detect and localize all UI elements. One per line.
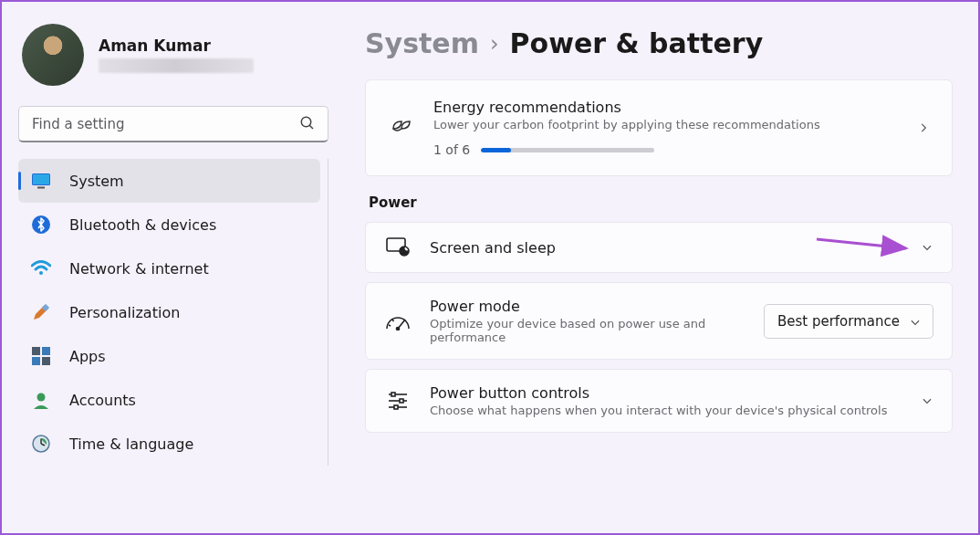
sidebar-item-label: Accounts (69, 392, 136, 409)
svg-rect-26 (400, 399, 403, 403)
accounts-icon (31, 390, 51, 410)
energy-recommendations-card[interactable]: Energy recommendations Lower your carbon… (365, 79, 953, 176)
main-content: System › Power & battery Energy recommen… (339, 2, 978, 533)
select-value: Best performance (777, 313, 900, 330)
nav-list: System Bluetooth & devices Network & int… (18, 159, 328, 466)
sidebar-item-personalization[interactable]: Personalization (18, 290, 320, 334)
sidebar-item-system[interactable]: System (18, 159, 320, 203)
sidebar-item-label: Network & internet (69, 260, 209, 278)
chevron-right-icon (917, 121, 930, 134)
search-wrap (18, 106, 328, 142)
gauge-icon (384, 312, 412, 330)
svg-rect-9 (42, 347, 50, 355)
sidebar-item-label: System (69, 173, 124, 190)
sidebar-item-label: Apps (69, 348, 106, 365)
screen-sleep-icon (384, 237, 412, 257)
search-input[interactable] (18, 106, 328, 142)
system-icon (31, 171, 51, 191)
avatar (22, 24, 84, 86)
page-title: Power & battery (510, 27, 764, 59)
sidebar-item-apps[interactable]: Apps (18, 334, 320, 378)
sidebar-item-bluetooth[interactable]: Bluetooth & devices (18, 203, 320, 247)
svg-point-0 (301, 117, 311, 127)
card-title: Screen and sleep (430, 239, 902, 257)
wifi-icon (31, 258, 51, 278)
sidebar-item-label: Bluetooth & devices (69, 216, 216, 234)
brush-icon (31, 302, 51, 322)
progress-bar (481, 148, 654, 152)
svg-rect-8 (32, 347, 40, 355)
search-icon (299, 115, 316, 131)
svg-rect-28 (394, 405, 398, 409)
sidebar-item-label: Personalization (69, 304, 180, 321)
breadcrumb: System › Power & battery (365, 27, 953, 59)
svg-rect-11 (42, 357, 50, 365)
card-title: Power button controls (430, 384, 902, 402)
svg-point-12 (37, 393, 46, 402)
card-subtitle: Choose what happens when you interact wi… (430, 404, 902, 417)
breadcrumb-parent[interactable]: System (365, 27, 479, 59)
sidebar-item-label: Time & language (69, 435, 193, 453)
svg-point-20 (397, 327, 400, 330)
power-mode-select[interactable]: Best performance (764, 304, 933, 339)
time-icon (31, 434, 51, 454)
profile-block[interactable]: Aman Kumar (18, 18, 328, 106)
bluetooth-icon (31, 215, 51, 235)
sidebar-item-time[interactable]: Time & language (18, 422, 320, 466)
svg-rect-10 (32, 357, 40, 365)
svg-point-6 (39, 271, 43, 275)
sidebar-item-accounts[interactable]: Accounts (18, 378, 320, 422)
chevron-down-icon (909, 316, 922, 329)
power-mode-card[interactable]: Power mode Optimize your device based on… (365, 282, 953, 360)
profile-email-redacted (99, 58, 254, 73)
sidebar: Aman Kumar System Bluetooth & devices (2, 2, 339, 533)
svg-rect-4 (37, 187, 45, 189)
svg-line-22 (392, 320, 394, 321)
leaf-icon (388, 116, 415, 140)
section-label-power: Power (369, 194, 953, 211)
chevron-right-icon: › (490, 31, 499, 57)
svg-line-21 (389, 325, 391, 326)
progress-text: 1 of 6 (433, 142, 470, 157)
card-title: Energy recommendations (433, 99, 899, 116)
svg-rect-3 (33, 174, 49, 184)
chevron-down-icon (921, 241, 933, 254)
power-button-controls-card[interactable]: Power button controls Choose what happen… (365, 369, 953, 433)
card-subtitle: Lower your carbon footprint by applying … (433, 118, 899, 131)
screen-and-sleep-card[interactable]: Screen and sleep (365, 222, 953, 273)
svg-line-1 (309, 125, 313, 129)
sliders-icon (384, 391, 412, 411)
svg-rect-24 (391, 393, 395, 396)
profile-name: Aman Kumar (99, 37, 254, 55)
progress-fill (481, 148, 510, 152)
card-title: Power mode (430, 298, 745, 315)
sidebar-item-network[interactable]: Network & internet (18, 247, 320, 290)
chevron-down-icon (921, 394, 933, 407)
card-subtitle: Optimize your device based on power use … (430, 317, 745, 344)
apps-icon (31, 346, 51, 366)
